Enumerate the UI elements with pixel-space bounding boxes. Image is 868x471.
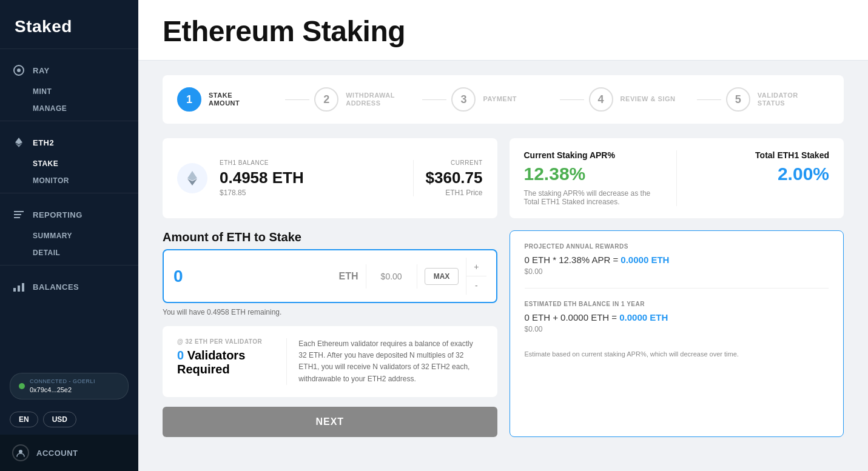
next-button[interactable]: NEXT: [163, 407, 497, 437]
sidebar-bottom: CONNECTED - GOERLI 0x79c4...25e2 EN USD …: [0, 366, 138, 471]
step-4[interactable]: 4 REVIEW & SIGN: [589, 87, 692, 112]
main-content: Ethereum Staking 1 STAKE AMOUNT 2: [138, 0, 868, 471]
sidebar-item-balances[interactable]: BALANCES: [0, 274, 138, 299]
sidebar-item-detail[interactable]: DETAIL: [0, 244, 138, 261]
eth-logo: [177, 163, 207, 193]
sidebar-item-stake[interactable]: STAKE: [0, 155, 138, 172]
connected-badge[interactable]: CONNECTED - GOERLI 0x79c4...25e2: [10, 373, 129, 399]
amount-section: Amount of ETH to Stake 0 ETH $0.00 MAX +…: [163, 230, 844, 437]
projected-rewards-section: PROJECTED ANNUAL REWARDS 0 ETH * 12.38% …: [525, 243, 829, 276]
step-connector-1: [285, 99, 309, 100]
step-4-circle: 4: [589, 87, 613, 112]
validators-card: @ 32 ETH PER VALIDATOR 0 Validators Requ…: [163, 326, 497, 397]
svg-marker-11: [187, 171, 197, 181]
svg-rect-7: [13, 288, 16, 292]
step-2[interactable]: 2 WITHDRAWAL ADDRESS: [314, 87, 417, 112]
svg-rect-4: [14, 211, 24, 212]
svg-rect-9: [22, 283, 24, 292]
sidebar: Staked RAY MINT MANAGE ETH2: [0, 0, 138, 471]
step-1[interactable]: 1 STAKE AMOUNT: [177, 87, 280, 112]
sidebar-item-ray[interactable]: RAY: [0, 58, 138, 83]
svg-point-1: [17, 68, 21, 72]
decrement-button[interactable]: -: [466, 276, 486, 295]
connected-dot: [19, 383, 25, 389]
amount-left: Amount of ETH to Stake 0 ETH $0.00 MAX +…: [163, 230, 497, 437]
avatar: [12, 444, 29, 461]
sidebar-item-monitor[interactable]: MONITOR: [0, 172, 138, 189]
sidebar-item-mint[interactable]: MINT: [0, 83, 138, 100]
steps-container: 1 STAKE AMOUNT 2 WITHDRAWAL ADDRESS: [163, 75, 844, 124]
step-5[interactable]: 5 VALIDATOR STATUS: [726, 87, 829, 112]
eth-icon: [12, 136, 25, 149]
stake-amount-display: 0: [173, 267, 332, 286]
page-title: Ethereum Staking: [163, 15, 844, 48]
rewards-card: PROJECTED ANNUAL REWARDS 0 ETH * 12.38% …: [510, 230, 844, 437]
account-item[interactable]: ACCOUNT: [0, 435, 138, 471]
step-3[interactable]: 3 PAYMENT: [451, 87, 554, 112]
sidebar-group-eth2: ETH2 STAKE MONITOR: [0, 126, 138, 193]
svg-rect-6: [14, 217, 20, 218]
svg-rect-8: [18, 286, 20, 292]
increment-button[interactable]: +: [466, 258, 486, 276]
stepper-buttons: + -: [466, 258, 486, 295]
svg-point-10: [19, 450, 22, 453]
currency-button[interactable]: USD: [43, 412, 76, 427]
apr-divider: [676, 150, 677, 206]
reporting-icon: [12, 208, 25, 221]
step-2-circle: 2: [314, 87, 338, 112]
step-1-circle: 1: [177, 87, 201, 112]
page-content: 1 STAKE AMOUNT 2 WITHDRAWAL ADDRESS: [138, 61, 868, 471]
svg-rect-5: [14, 214, 21, 215]
balance-1year-section: ESTIMATED ETH BALANCE IN 1 YEAR 0 ETH + …: [525, 301, 829, 333]
language-button[interactable]: EN: [10, 412, 38, 427]
stake-input-card: 0 ETH $0.00 MAX + -: [163, 249, 497, 303]
step-connector-3: [560, 99, 584, 100]
apr-card: Current Staking APR% 12.38% The staking …: [510, 138, 844, 218]
sidebar-logo: Staked: [0, 0, 138, 48]
page-header: Ethereum Staking: [138, 0, 868, 61]
step-connector-2: [422, 99, 446, 100]
sidebar-group-ray: RAY MINT MANAGE: [0, 54, 138, 121]
sidebar-group-balances: BALANCES: [0, 270, 138, 303]
max-button[interactable]: MAX: [425, 268, 459, 285]
balance-info: ETH1 BALANCE 0.4958 ETH $178.85: [220, 159, 401, 197]
step-5-circle: 5: [726, 87, 750, 112]
apr-section: Current Staking APR% 12.38%: [524, 150, 662, 184]
balance-card: ETH1 BALANCE 0.4958 ETH $178.85 CURRENT …: [163, 138, 497, 218]
step-connector-4: [697, 99, 721, 100]
sidebar-item-reporting[interactable]: REPORTING: [0, 202, 138, 227]
sidebar-item-eth2[interactable]: ETH2: [0, 130, 138, 155]
svg-marker-2: [15, 138, 22, 144]
sidebar-item-summary[interactable]: SUMMARY: [0, 227, 138, 244]
total-staked-section: Total ETH1 Staked 2.00%: [691, 150, 829, 206]
sidebar-item-manage[interactable]: MANAGE: [0, 100, 138, 117]
balance-divider: [413, 160, 414, 196]
balances-icon: [12, 280, 25, 293]
step-3-circle: 3: [451, 87, 476, 112]
sidebar-group-reporting: REPORTING SUMMARY DETAIL: [0, 198, 138, 265]
lang-currency-row: EN USD: [0, 407, 138, 435]
cards-row: ETH1 BALANCE 0.4958 ETH $178.85 CURRENT …: [163, 138, 844, 218]
current-info: CURRENT $360.75 ETH1 Price: [426, 159, 483, 197]
ray-icon: [12, 64, 25, 77]
reward-divider: [525, 288, 829, 289]
